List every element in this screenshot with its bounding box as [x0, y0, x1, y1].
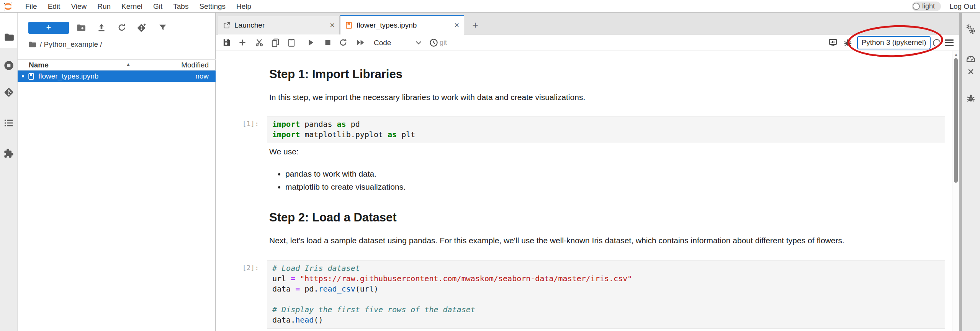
cell-type-select[interactable]: Code — [374, 34, 391, 51]
copy-icon[interactable] — [270, 38, 280, 48]
refresh-icon[interactable] — [117, 23, 127, 33]
system-monitor-gauge-icon[interactable] — [965, 54, 976, 65]
markdown-cell[interactable]: We use: — [267, 146, 928, 157]
file-row[interactable]: flower_types.ipynbnow — [18, 70, 216, 82]
column-header-name[interactable]: Name — [29, 61, 49, 69]
filter-icon[interactable] — [158, 23, 168, 33]
clock-icon[interactable] — [429, 38, 439, 48]
code-token: import — [272, 130, 300, 139]
menu-items: FileEditViewRunKernelGitTabsSettingsHelp — [20, 0, 257, 13]
notebook-scrollbar[interactable]: ▲ — [952, 51, 959, 331]
run-icon[interactable] — [306, 38, 316, 48]
menu-item-git[interactable]: Git — [148, 0, 168, 13]
scrollbar-thumb[interactable] — [954, 58, 958, 183]
markdown-paragraph: We use: — [269, 146, 928, 157]
code-token: pd. — [300, 284, 318, 293]
code-cell-editor[interactable]: import pandas as pdimport matplotlib.pyp… — [267, 116, 945, 143]
file-browser-panel: + / Python_example / Name ▲ Modified flo… — [18, 13, 216, 331]
cut-icon[interactable] — [254, 38, 264, 48]
git-toolbar-button[interactable]: git — [440, 34, 447, 51]
list-item: pandas to work with data. — [285, 169, 928, 179]
kernel-status-indicator-icon[interactable] — [933, 39, 941, 47]
new-folder-icon[interactable] — [76, 23, 86, 33]
right-activity-bar — [962, 13, 980, 331]
add-tab-button[interactable]: + — [468, 16, 483, 34]
hamburger-menu-icon[interactable] — [945, 39, 954, 46]
menu-item-view[interactable]: View — [65, 0, 92, 13]
stop-icon[interactable] — [323, 38, 333, 48]
column-header-modified[interactable]: Modified — [181, 61, 209, 69]
launcher-icon — [223, 21, 231, 29]
markdown-cell[interactable]: Step 1: Import Libraries — [267, 67, 928, 82]
list-item: matplotlib to create visualizations. — [285, 182, 928, 192]
notebook-cell: Step 2: Load a Dataset — [228, 210, 928, 225]
markdown-cell[interactable]: In this step, we import the necessary li… — [267, 92, 928, 103]
code-token: data — [272, 284, 295, 293]
markdown-cell[interactable]: pandas to work with data.matplotlib to c… — [267, 169, 928, 195]
cell-prompt — [228, 235, 259, 239]
logout-button[interactable]: Log Out — [949, 0, 975, 13]
notebook-cell: [1]:import pandas as pdimport matplotlib… — [228, 116, 945, 143]
menu-item-settings[interactable]: Settings — [194, 0, 231, 13]
code-line: data = pd.read_csv(url) — [272, 284, 945, 294]
add-cell-icon[interactable] — [237, 38, 247, 48]
property-inspector-gears-icon[interactable] — [965, 24, 976, 34]
running-dot-icon — [22, 75, 24, 77]
code-token: import — [272, 120, 300, 129]
menu-item-tabs[interactable]: Tabs — [168, 0, 194, 13]
code-token: () — [314, 315, 323, 324]
menu-item-run[interactable]: Run — [92, 0, 116, 13]
close-icon[interactable]: × — [454, 20, 459, 30]
left-activity-bar — [0, 13, 18, 331]
code-token: # Display the first five rows of the dat… — [272, 305, 475, 314]
slideshow-icon[interactable] — [828, 38, 838, 48]
dock-tab-bar: Launcher × flower_types.ipynb × + — [216, 13, 959, 34]
theme-toggle[interactable]: light — [912, 2, 941, 11]
tab-launcher[interactable]: Launcher × — [218, 16, 340, 34]
code-line: import pandas as pd — [272, 119, 945, 129]
sort-ascending-icon[interactable]: ▲ — [126, 62, 131, 67]
upload-icon[interactable] — [97, 23, 106, 33]
cell-prompt — [228, 169, 259, 172]
kernel-button[interactable]: Python 3 (ipykernel) — [857, 36, 931, 49]
code-token: read_csv — [318, 284, 355, 293]
extension-manager-icon[interactable] — [3, 148, 14, 159]
debugger-bug-icon[interactable] — [965, 93, 976, 103]
code-line: url = "https://raw.githubusercontent.com… — [272, 274, 945, 284]
git-clone-icon[interactable] — [137, 23, 147, 33]
code-line — [272, 294, 945, 305]
save-icon[interactable] — [222, 38, 232, 48]
cell-prompt — [228, 92, 259, 95]
breadcrumb[interactable]: / Python_example / — [28, 39, 102, 49]
menu-item-help[interactable]: Help — [231, 0, 257, 13]
new-launcher-button[interactable]: + — [28, 22, 69, 34]
menu-item-file[interactable]: File — [20, 0, 43, 13]
menu-item-kernel[interactable]: Kernel — [116, 0, 148, 13]
git-icon[interactable] — [3, 87, 14, 98]
running-sessions-icon[interactable] — [3, 60, 14, 71]
menu-item-edit[interactable]: Edit — [43, 0, 66, 13]
close-icon[interactable] — [965, 66, 976, 77]
tab-flower-types-notebook[interactable]: flower_types.ipynb × — [340, 15, 464, 34]
debugger-bug-icon[interactable] — [843, 38, 853, 48]
notebook-cell: We use: — [228, 146, 928, 157]
table-of-contents-icon[interactable] — [3, 118, 14, 128]
paste-icon[interactable] — [286, 38, 296, 48]
restart-run-all-icon[interactable] — [355, 38, 365, 48]
markdown-cell[interactable]: Next, let's load a sample dataset using … — [267, 235, 928, 246]
code-token: url — [272, 274, 291, 283]
markdown-paragraph: Next, let's load a sample dataset using … — [269, 235, 928, 246]
markdown-heading: Step 2: Load a Dataset — [269, 210, 928, 225]
scrollbar-up-arrow-icon[interactable]: ▲ — [952, 52, 960, 57]
notebook-cell: Step 1: Import Libraries — [228, 67, 928, 82]
markdown-cell[interactable]: Step 2: Load a Dataset — [267, 210, 928, 225]
breadcrumb-path: / Python_example / — [40, 40, 102, 49]
close-icon[interactable]: × — [330, 20, 335, 30]
code-cell-editor[interactable]: # Load Iris dataseturl = "https://raw.gi… — [267, 260, 945, 329]
code-line: # Display the first five rows of the dat… — [272, 305, 945, 315]
folder-icon[interactable] — [3, 32, 14, 43]
chevron-down-icon[interactable] — [414, 38, 423, 47]
restart-kernel-icon[interactable] — [338, 38, 348, 48]
cell-prompt — [228, 210, 259, 213]
active-sidebar-tab-highlight — [0, 13, 17, 48]
